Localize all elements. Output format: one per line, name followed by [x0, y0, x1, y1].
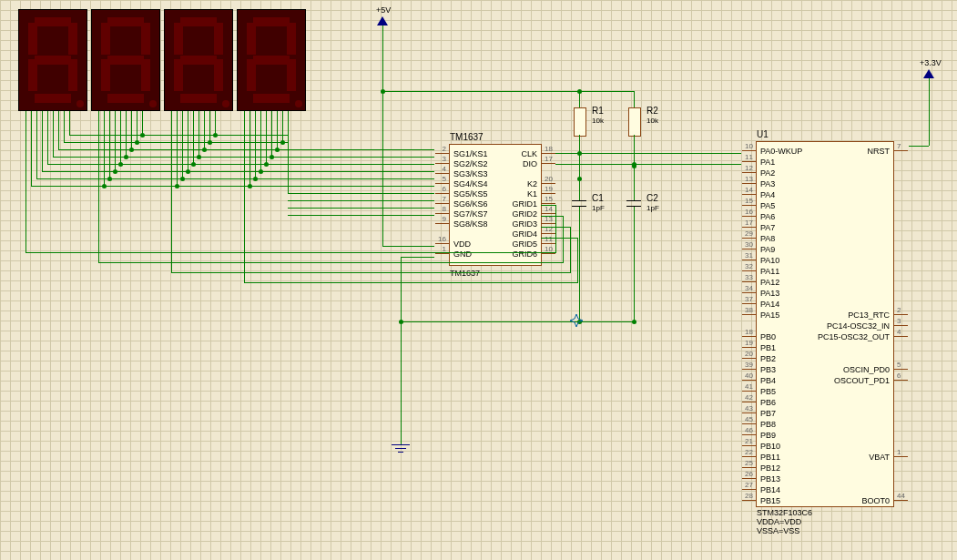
pin-PB11: PB1122 — [757, 452, 784, 462]
pin-number: 15 — [740, 197, 753, 205]
pin-label: SG4/KS4 — [450, 179, 492, 188]
pin-label: PA10 — [757, 256, 783, 265]
pin-PA8: PA829 — [757, 233, 779, 243]
pin-label: SG1/KS1 — [450, 149, 492, 158]
pin-number: 19 — [740, 339, 753, 347]
pin-GRID1: GRID115 — [508, 199, 541, 209]
power-3v3-label: +3.3V — [920, 58, 942, 67]
cursor-icon — [570, 314, 581, 325]
pin-number: 6 — [433, 185, 446, 193]
pin-number: 27 — [740, 481, 753, 489]
pin-SG7/KS7: SG7/KS78 — [450, 209, 492, 219]
r1-ref: R1 — [592, 106, 604, 116]
pin-label: PA9 — [757, 245, 779, 254]
power-3v3-symbol — [923, 69, 934, 78]
pin-PA12: PA1233 — [757, 277, 783, 287]
pin-number: 15 — [545, 195, 557, 203]
pin-label: K2 — [524, 179, 541, 188]
pin-label: PA4 — [757, 190, 779, 199]
pin-PB14: PB1427 — [757, 484, 784, 494]
pin-number: 3 — [897, 317, 910, 325]
pin-label: PA3 — [757, 179, 779, 188]
pin-number: 16 — [433, 235, 446, 243]
tm1637-part: TM1637 — [450, 269, 480, 278]
pin-PA11: PA1132 — [757, 266, 783, 276]
pin-PB0: PB018 — [757, 331, 779, 341]
pin-label: GRID2 — [508, 209, 541, 219]
pin-number: 40 — [740, 372, 753, 380]
r2-ref: R2 — [646, 106, 658, 116]
pin-PA4: PA414 — [757, 189, 779, 199]
pin-GRID3: GRID313 — [508, 219, 541, 229]
seven-segment-1[interactable] — [18, 9, 87, 111]
pin-label: PA2 — [757, 168, 779, 178]
ic-stm32[interactable]: U1 STM32F103C6 VDDA=VDD VSSA=VSS PA0-WKU… — [756, 141, 894, 507]
resistor-r1[interactable] — [574, 107, 586, 137]
pin-label: PB11 — [757, 453, 784, 462]
pin-number: 12 — [740, 164, 753, 172]
pin-PA9: PA930 — [757, 244, 779, 254]
pin-label: PC14-OSC32_IN — [823, 321, 893, 331]
pin-number: 45 — [740, 415, 753, 423]
pin-PB8: PB845 — [757, 419, 779, 429]
pin-label: PA12 — [757, 278, 783, 287]
seven-segment-2[interactable] — [91, 9, 160, 111]
pin-number: 2 — [897, 306, 910, 314]
pin-number: 44 — [897, 492, 910, 500]
pin-label: PB1 — [757, 343, 779, 352]
pin-number: 26 — [740, 470, 753, 478]
pin-label: K1 — [524, 189, 541, 199]
pin-label: CLK — [517, 149, 541, 158]
seven-segment-3[interactable] — [164, 9, 233, 111]
c2-ref: C2 — [646, 193, 658, 203]
pin-label: PA1 — [757, 158, 779, 167]
pin-label: OSCIN_PD0 — [840, 365, 893, 374]
pin-label: PB12 — [757, 463, 784, 473]
cap-c1[interactable] — [572, 200, 586, 201]
pin-number: 2 — [433, 145, 446, 153]
pin-number: 17 — [740, 219, 753, 227]
pin-label: PA11 — [757, 267, 783, 276]
pin-PB12: PB1225 — [757, 463, 784, 473]
pin-number: 38 — [740, 306, 753, 314]
pin-label: SG6/KS6 — [450, 199, 492, 209]
pin-label: PB10 — [757, 442, 784, 451]
pin-number: 5 — [433, 175, 446, 183]
pin-number: 10 — [740, 142, 753, 150]
c1-ref: C1 — [592, 193, 604, 203]
pin-PC13_RTC: PC13_RTC2 — [844, 310, 893, 320]
pin-number: 3 — [433, 155, 446, 163]
ic-tm1637[interactable]: TM1637 TM1637 SG1/KS12SG2/KS23SG3/KS34SG… — [449, 144, 542, 266]
pin-number: 18 — [740, 328, 753, 336]
pin-PB10: PB1021 — [757, 441, 784, 451]
seven-segment-4[interactable] — [237, 9, 306, 111]
pin-number: 7 — [897, 142, 910, 150]
pin-label: PC15-OSC32_OUT — [814, 332, 893, 341]
pin-PA10: PA1031 — [757, 255, 783, 265]
pin-PB4: PB440 — [757, 375, 779, 385]
cap-c2[interactable] — [626, 200, 641, 201]
pin-label: GRID5 — [508, 239, 541, 249]
pin-label: PA8 — [757, 234, 779, 243]
pin-CLK: CLK18 — [517, 148, 541, 158]
pin-number: 30 — [740, 240, 753, 249]
pin-PB9: PB946 — [757, 430, 779, 440]
pin-number: 28 — [740, 492, 753, 500]
pin-number: 18 — [545, 145, 557, 153]
pin-label: PC13_RTC — [844, 311, 893, 320]
power-5v-symbol — [377, 16, 388, 25]
pin-number: 46 — [740, 426, 753, 434]
pin-PB5: PB541 — [757, 386, 779, 396]
pin-PA14: PA1437 — [757, 299, 783, 309]
pin-label: PA15 — [757, 311, 783, 320]
resistor-r2[interactable] — [628, 107, 641, 137]
pin-label: PB8 — [757, 420, 779, 429]
pin-SG1/KS1: SG1/KS12 — [450, 148, 492, 158]
pin-number: 8 — [433, 205, 446, 213]
u1-ref: U1 — [757, 129, 769, 139]
pin-label: GRID3 — [508, 219, 541, 229]
pin-number: 22 — [740, 448, 753, 456]
pin-PB2: PB220 — [757, 353, 779, 363]
pin-SG2/KS2: SG2/KS23 — [450, 158, 492, 168]
pin-number: 21 — [740, 437, 753, 445]
